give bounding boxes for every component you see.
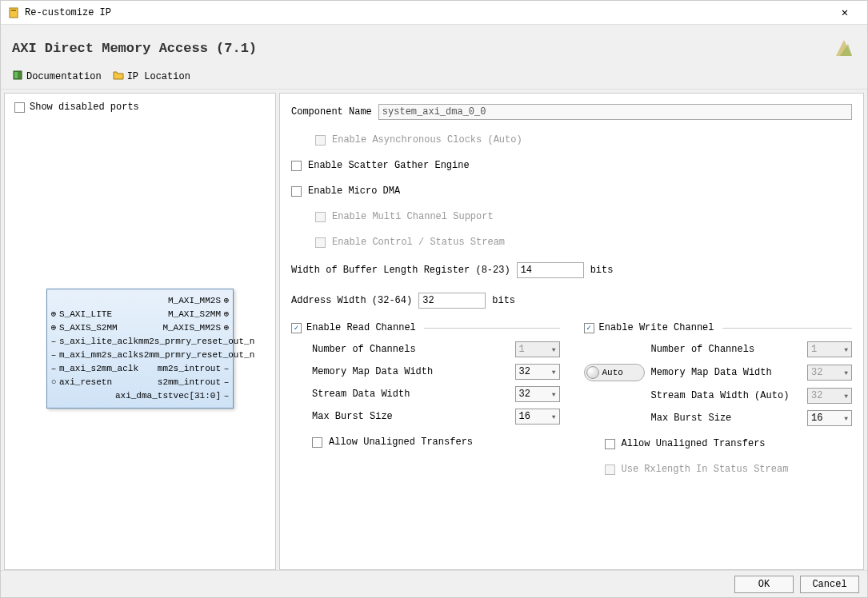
sg-checkbox[interactable] (291, 161, 302, 171)
main: Show disabled ports M_AXI_MM2S⊕ ⊕S_AXI_L… (1, 90, 867, 570)
footer: OK Cancel (1, 570, 867, 597)
port-out-5: mm2s_introut (158, 362, 221, 376)
ok-button[interactable]: OK (734, 576, 794, 593)
write-channel-title: Enable Write Channel (599, 322, 714, 333)
write-mem-map-select: 32▼ (807, 365, 852, 381)
read-burst-label: Max Burst Size (312, 411, 507, 422)
component-name-label: Component Name (291, 106, 372, 118)
ip-location-link[interactable]: IP Location (113, 70, 190, 84)
write-burst-label: Max Burst Size (651, 413, 802, 424)
port-in-3: m_axi_mm2s_aclk (59, 349, 138, 362)
multi-channel-label: Enable Multi Channel Support (332, 211, 494, 222)
svg-rect-0 (10, 8, 18, 18)
app-icon (7, 6, 20, 19)
read-num-channels-select: 1▼ (515, 341, 560, 357)
multi-channel-checkbox (315, 212, 326, 222)
write-unaligned-checkbox[interactable] (605, 439, 615, 449)
rxlength-checkbox (605, 464, 615, 475)
config-panel: Component Name Enable Asynchronous Clock… (279, 93, 864, 570)
read-stream-select[interactable]: 32▼ (515, 386, 560, 402)
port-out-7: axi_dma_tstvec[31:0] (115, 389, 221, 403)
block-diagram: M_AXI_MM2S⊕ ⊕S_AXI_LITEM_AXI_S2MM⊕ ⊕S_AX… (11, 289, 269, 409)
bits-label-2: bits (492, 295, 515, 306)
write-unaligned-label: Allow Unaligned Transfers (622, 438, 766, 449)
port-in-1: S_AXIS_S2MM (59, 321, 118, 335)
auto-toggle[interactable]: Auto (584, 364, 645, 381)
async-clocks-label: Enable Asynchronous Clocks (Auto) (332, 134, 522, 146)
book-icon (12, 70, 23, 84)
read-unaligned-label: Allow Unaligned Transfers (329, 437, 473, 448)
rxlength-label: Use Rxlength In Status Stream (622, 464, 789, 475)
port-in-5: axi_resetn (59, 376, 112, 389)
sg-label: Enable Scatter Gather Engine (308, 160, 470, 171)
write-num-channels-label: Number of Channels (651, 344, 802, 355)
write-num-channels-select: 1▼ (807, 341, 852, 357)
write-mem-map-label: Memory Map Data Width (651, 367, 802, 378)
port-out-3: mm2s_prmry_reset_out_n (138, 335, 254, 349)
width-buffer-label: Width of Buffer Length Register (8-23) (291, 265, 510, 276)
read-channel-group: ✓ Enable Read Channel Number of Channels… (291, 322, 560, 477)
read-stream-label: Stream Data Width (312, 389, 507, 400)
read-channel-checkbox[interactable]: ✓ (291, 323, 302, 333)
svg-rect-1 (11, 10, 16, 11)
component-name-input (378, 104, 852, 120)
port-out-2: M_AXIS_MM2S (162, 321, 221, 335)
titlebar: Re-customize IP ✕ (1, 1, 867, 25)
ctrl-status-label: Enable Control / Status Stream (332, 237, 505, 248)
svg-rect-3 (14, 72, 18, 78)
write-channel-checkbox[interactable]: ✓ (584, 323, 594, 333)
ip-title: AXI Direct Memory Access (7.1) (12, 41, 832, 56)
read-burst-select[interactable]: 16▼ (515, 409, 560, 425)
write-channel-group: ✓ Enable Write Channel Number of Channel… (584, 322, 853, 477)
write-stream-label: Stream Data Width (Auto) (651, 390, 802, 401)
ip-location-label: IP Location (127, 71, 190, 82)
addr-width-input[interactable] (418, 293, 486, 309)
block-diagram-panel: Show disabled ports M_AXI_MM2S⊕ ⊕S_AXI_L… (4, 93, 276, 570)
documentation-link[interactable]: Documentation (12, 70, 102, 84)
documentation-label: Documentation (26, 71, 102, 82)
vendor-logo-icon (832, 36, 856, 60)
ip-block[interactable]: M_AXI_MM2S⊕ ⊕S_AXI_LITEM_AXI_S2MM⊕ ⊕S_AX… (46, 289, 234, 409)
port-out-0: M_AXI_MM2S (168, 294, 221, 308)
toolbar: Documentation IP Location (1, 66, 867, 90)
port-in-0: S_AXI_LITE (59, 308, 112, 321)
folder-icon (113, 70, 124, 84)
bits-label-1: bits (590, 265, 614, 276)
port-out-1: M_AXI_S2MM (168, 308, 221, 321)
port-in-2: s_axi_lite_aclk (59, 335, 138, 349)
write-burst-select[interactable]: 16▼ (807, 410, 852, 426)
port-out-4: s2mm_prmry_reset_out_n (138, 349, 254, 362)
cancel-button[interactable]: Cancel (800, 576, 859, 593)
async-clocks-checkbox (315, 135, 326, 146)
read-num-channels-label: Number of Channels (312, 344, 507, 355)
show-disabled-ports-label: Show disabled ports (30, 102, 139, 113)
width-buffer-input[interactable] (517, 262, 584, 278)
read-mem-map-select[interactable]: 32▼ (515, 364, 560, 380)
port-out-6: s2mm_introut (158, 376, 221, 389)
window-title: Re-customize IP (25, 7, 829, 18)
show-disabled-ports-checkbox[interactable] (14, 102, 25, 113)
close-button[interactable]: ✕ (829, 1, 861, 25)
port-in-4: m_axi_s2mm_aclk (59, 362, 138, 376)
addr-width-label: Address Width (32-64) (291, 295, 412, 306)
read-unaligned-checkbox[interactable] (312, 437, 322, 448)
ctrl-status-checkbox (315, 237, 326, 248)
window: Re-customize IP ✕ AXI Direct Memory Acce… (0, 0, 868, 598)
micro-dma-label: Enable Micro DMA (308, 185, 400, 197)
write-stream-select: 32▼ (807, 388, 852, 404)
read-channel-title: Enable Read Channel (306, 322, 416, 333)
show-disabled-ports-row: Show disabled ports (11, 100, 269, 121)
header: AXI Direct Memory Access (7.1) (1, 25, 867, 66)
micro-dma-checkbox[interactable] (291, 186, 302, 197)
read-mem-map-label: Memory Map Data Width (312, 366, 507, 377)
